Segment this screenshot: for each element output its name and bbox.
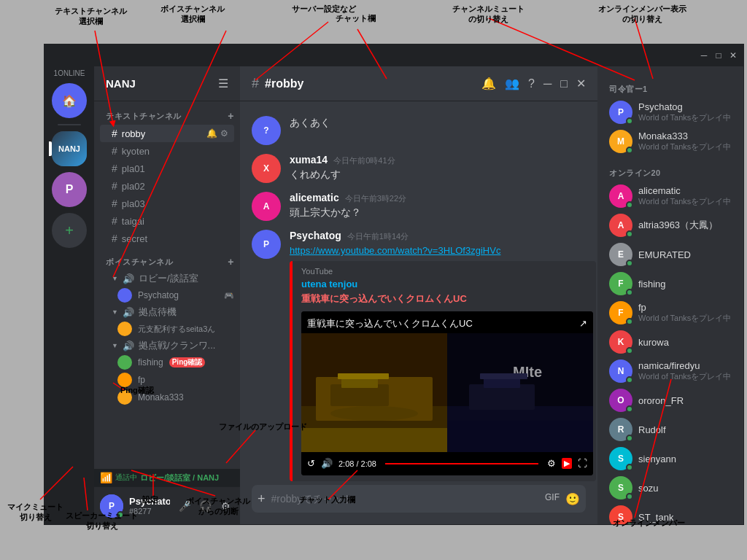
list-item[interactable]: K kurowa — [600, 327, 740, 357]
voice-channel-lobby-name: ロビー/談話室 — [139, 272, 198, 285]
notification-icon[interactable]: 🔔 — [206, 128, 217, 139]
progress-bar[interactable] — [385, 463, 538, 464]
list-item[interactable]: S ST_tank — [600, 502, 740, 524]
progress-fill — [385, 463, 538, 464]
add-server-button[interactable]: + — [52, 213, 87, 248]
server-icon-home[interactable]: 🏠 — [52, 83, 87, 118]
messages-area: ? あくあく X xuma14 今日午前0時41分 — [240, 101, 597, 485]
add-text-channel-icon[interactable]: + — [228, 110, 234, 122]
channel-name-pla01: pla01 — [122, 163, 145, 174]
settings-video-icon[interactable]: ⚙ — [547, 458, 556, 469]
voice-member-fishing[interactable]: fishing Ping確認 — [94, 354, 240, 371]
member-info-fp: fp World of Tanksをプレイ中 — [638, 302, 731, 324]
volume-icon[interactable]: 🔊 — [321, 458, 333, 469]
member-avatar-sozu: S — [609, 476, 632, 499]
settings-icon[interactable]: ⚙ — [220, 128, 228, 139]
list-item[interactable]: N namica/firedyu World of Tanksをプレイ中 — [600, 357, 740, 386]
minimize-icon-header[interactable]: ─ — [543, 77, 551, 90]
server-name-header[interactable]: NANJ ☰ — [94, 66, 240, 101]
list-item[interactable]: A alicematic World of Tanksをプレイ中 — [600, 182, 740, 211]
member-name-monaka-cmd: Monaka333 — [638, 131, 731, 141]
youtube-icon[interactable]: ▶ — [562, 458, 572, 469]
ann-online-toggle: オンラインメンバー表示の切り替え — [598, 4, 686, 25]
message-timestamp-alicematic: 今日午前3時22分 — [345, 193, 406, 204]
server-icon-nanj[interactable]: NANJ — [52, 131, 87, 166]
list-item[interactable]: O ororon_FR — [600, 386, 740, 415]
youtube-link[interactable]: https://www.youtube.com/watch?v=3HLOf3zg… — [290, 245, 500, 256]
close-button[interactable]: ✕ — [729, 51, 738, 60]
mic-mute-button[interactable]: 🎤 — [176, 497, 193, 515]
ann-voice-channel: ボイスチャンネル選択欄 — [160, 4, 225, 25]
user-settings-button[interactable]: ⚙ — [217, 497, 234, 515]
channel-pla03[interactable]: # pla03 — [100, 195, 234, 212]
hamburger-icon: ☰ — [218, 77, 228, 90]
list-item[interactable]: M Monaka333 World of Tanksをプレイ中 — [600, 127, 740, 156]
voice-channel-lobby[interactable]: ▼ 🔊 ロビー/談話室 — [100, 271, 234, 287]
voice-channel-clan[interactable]: ▼ 🔊 拠点戦/クランワ... — [100, 338, 234, 354]
list-item[interactable]: F fp World of Tanksをプレイ中 — [600, 298, 740, 327]
thumb-right: MIte — [447, 333, 593, 452]
voice-channel-kyoten-standby[interactable]: ▼ 🔊 拠点待機 — [100, 304, 234, 320]
voice-member-monaka[interactable]: Monaka333 — [94, 389, 240, 406]
emoji-icon[interactable]: 🙂 — [565, 492, 580, 506]
chat-input[interactable] — [271, 485, 539, 513]
voice-member-seita[interactable]: 元支配利するseita3ん — [94, 320, 240, 338]
member-name-emurated: EMURATED — [638, 249, 691, 260]
add-voice-channel-icon[interactable]: + — [228, 256, 234, 268]
upload-icon[interactable]: + — [258, 491, 266, 507]
bell-icon-header[interactable]: 🔔 — [481, 77, 496, 90]
minimize-button[interactable]: ─ — [700, 51, 708, 60]
channel-taigai[interactable]: # taigai — [100, 212, 234, 230]
video-controls[interactable]: ↺ 🔊 2:08 / 2:08 ⚙ ▶ ⛶ — [301, 452, 593, 475]
member-name-altria: altria3963（大鳳） — [638, 219, 718, 232]
member-avatar-fishing: F — [609, 272, 632, 295]
maximize-icon-header[interactable]: □ — [560, 77, 568, 90]
list-item[interactable]: S sienyann — [600, 444, 740, 473]
avatar-alicematic: A — [252, 192, 281, 221]
channel-robby[interactable]: # robby 🔔 ⚙ — [100, 125, 234, 142]
list-item[interactable]: A altria3963（大鳳） — [600, 211, 740, 240]
member-game-psychatog: World of Tanksをプレイ中 — [638, 112, 731, 123]
close-icon-header[interactable]: ✕ — [576, 77, 586, 90]
channel-pla01[interactable]: # pla01 — [100, 160, 234, 177]
fullscreen-icon[interactable]: ⛶ — [578, 458, 587, 469]
voice-category-lobby: ▼ 🔊 ロビー/談話室 Psychatog 🎮 — [94, 271, 240, 304]
member-avatar-rudolf: R — [609, 418, 632, 441]
voice-member-fp[interactable]: fp — [94, 371, 240, 389]
speaker-mute-button[interactable]: 🎧 — [196, 497, 214, 515]
calling-channel: ロビー/談話室 / NANJ — [140, 472, 219, 483]
message-content-xuma14: xuma14 今日午前0時41分 くれめんす — [290, 154, 586, 183]
member-avatar-fp: F — [609, 301, 632, 324]
channel-secret[interactable]: # secret — [100, 230, 234, 247]
chat-channel-hash-icon: # — [252, 76, 259, 91]
member-status-sienyann — [626, 464, 633, 471]
server-icon-p[interactable]: P — [52, 172, 87, 207]
gif-icon[interactable]: GIF — [545, 492, 560, 506]
list-item[interactable]: F fishing — [600, 269, 740, 298]
avatar-unknown: ? — [252, 116, 281, 145]
members-icon-header[interactable]: 👥 — [505, 77, 519, 90]
list-item[interactable]: E EMURATED — [600, 240, 740, 269]
text-channels-header[interactable]: テキストチャンネル + — [94, 107, 240, 125]
list-item[interactable]: P Psychatog World of Tanksをプレイ中 — [600, 98, 740, 127]
voice-channels-header[interactable]: ボイスチャンネル + — [94, 253, 240, 271]
member-info-kurowa: kurowa — [638, 337, 669, 348]
ann-text-channel: テキストチャンネル選択欄 — [55, 6, 127, 27]
channel-pla02[interactable]: # pla02 — [100, 177, 234, 195]
voice-member-name-fishing: fishing — [138, 357, 163, 368]
user-avatar: P — [100, 494, 123, 518]
list-item[interactable]: S sozu — [600, 473, 740, 502]
table-row: ? あくあく — [252, 113, 586, 148]
help-icon-header[interactable]: ? — [528, 77, 535, 90]
maximize-button[interactable]: □ — [714, 51, 723, 60]
channel-name-pla02: pla02 — [122, 181, 145, 192]
list-item[interactable]: R Rudolf — [600, 415, 740, 444]
member-game-fp: World of Tanksをプレイ中 — [638, 313, 731, 324]
embed-video-player[interactable]: 重戦車に突っ込んでいくクロムくんUC ↗ — [301, 311, 593, 475]
share-icon[interactable]: ↗ — [579, 318, 587, 329]
thumb-left — [301, 333, 447, 452]
channel-kyoten[interactable]: # kyoten — [100, 142, 234, 160]
voice-member-psychatog[interactable]: Psychatog 🎮 — [94, 287, 240, 304]
member-game-alicematic: World of Tanksをプレイ中 — [638, 196, 731, 207]
replay-icon[interactable]: ↺ — [307, 458, 315, 469]
